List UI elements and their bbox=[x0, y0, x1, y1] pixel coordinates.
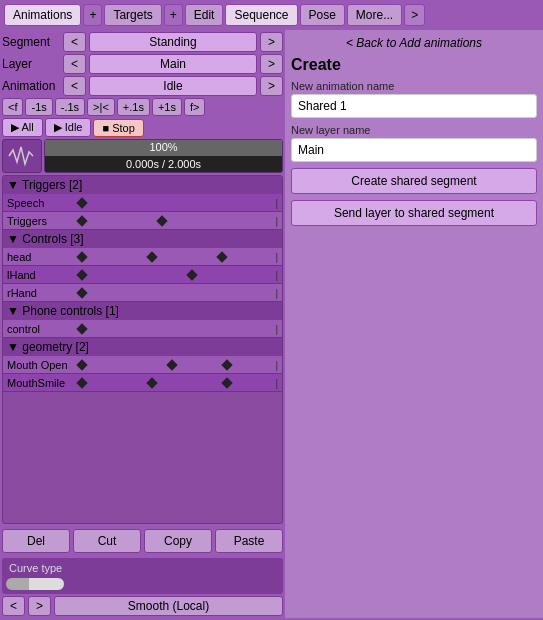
section-controls-label: ▼ Controls [3] bbox=[7, 232, 84, 246]
diamond-icon bbox=[76, 269, 87, 280]
track-end: | bbox=[275, 287, 278, 298]
diamond-icon bbox=[76, 377, 87, 388]
track-end: | bbox=[275, 359, 278, 370]
curve-type-label: Curve type bbox=[9, 562, 62, 574]
section-controls-header[interactable]: ▼ Controls [3] bbox=[3, 230, 282, 248]
diamond-icon bbox=[146, 251, 157, 262]
send-layer-button[interactable]: Send layer to shared segment bbox=[291, 200, 537, 226]
copy-button[interactable]: Copy bbox=[144, 529, 212, 553]
layer-next[interactable]: > bbox=[260, 54, 283, 74]
track-row: control | bbox=[3, 320, 282, 338]
layer-name-input[interactable] bbox=[291, 138, 537, 162]
del-button[interactable]: Del bbox=[2, 529, 70, 553]
track-row: Mouth Open | bbox=[3, 356, 282, 374]
diamond-icon bbox=[216, 251, 227, 262]
segment-prev[interactable]: < bbox=[63, 32, 86, 52]
curve-type-section: Curve type bbox=[2, 558, 283, 594]
paste-button[interactable]: Paste bbox=[215, 529, 283, 553]
play-idle-button[interactable]: ▶ Idle bbox=[45, 118, 92, 137]
diamond-icon bbox=[76, 359, 87, 370]
curve-next-button[interactable]: > bbox=[28, 596, 51, 616]
animation-prev[interactable]: < bbox=[63, 76, 86, 96]
track-end: | bbox=[275, 251, 278, 262]
curve-value: Smooth (Local) bbox=[54, 596, 283, 616]
track-label: head bbox=[3, 251, 68, 263]
frame-btn-forward-frame[interactable]: f> bbox=[184, 98, 205, 116]
waveform-icon bbox=[2, 139, 42, 173]
create-shared-segment-button[interactable]: Create shared segment bbox=[291, 168, 537, 194]
frame-btn-plus-0-1s[interactable]: +.1s bbox=[117, 98, 150, 116]
section-geometry-header[interactable]: ▼ geometry [2] bbox=[3, 338, 282, 356]
nav-add-animations[interactable]: + bbox=[83, 4, 102, 26]
track-area: ▼ Triggers [2] Speech | Triggers | ▼ bbox=[2, 175, 283, 524]
back-link[interactable]: < Back to Add animations bbox=[291, 36, 537, 50]
diamond-icon bbox=[146, 377, 157, 388]
track-row: Triggers | bbox=[3, 212, 282, 230]
layer-name-field-group: New layer name bbox=[291, 124, 537, 162]
track-row: Speech | bbox=[3, 194, 282, 212]
layer-prev[interactable]: < bbox=[63, 54, 86, 74]
diamond-icon bbox=[76, 251, 87, 262]
nav-add-targets[interactable]: + bbox=[164, 4, 183, 26]
segment-value: Standing bbox=[89, 32, 257, 52]
nav-arrow-right[interactable]: > bbox=[404, 4, 425, 26]
progress-area: 100% 0.000s / 2.000s bbox=[2, 139, 283, 173]
cut-button[interactable]: Cut bbox=[73, 529, 141, 553]
track-end: | bbox=[275, 197, 278, 208]
track-end: | bbox=[275, 269, 278, 280]
diamond-icon bbox=[76, 287, 87, 298]
animation-label: Animation bbox=[2, 79, 60, 93]
curve-prev-button[interactable]: < bbox=[2, 596, 25, 616]
main-layout: Segment < Standing > Layer < Main > Anim… bbox=[0, 30, 543, 618]
frame-btn-center[interactable]: >|< bbox=[87, 98, 115, 116]
nav-sequence[interactable]: Sequence bbox=[225, 4, 297, 26]
track-label: control bbox=[3, 323, 68, 335]
anim-name-field-group: New animation name bbox=[291, 80, 537, 118]
diamond-icon bbox=[166, 359, 177, 370]
curve-type-nav: < > Smooth (Local) bbox=[2, 596, 283, 616]
frame-btn-plus-1s[interactable]: +1s bbox=[152, 98, 182, 116]
section-phone-label: ▼ Phone controls [1] bbox=[7, 304, 119, 318]
diamond-icon bbox=[76, 323, 87, 334]
play-all-button[interactable]: ▶ All bbox=[2, 118, 43, 137]
track-label: Triggers bbox=[3, 215, 68, 227]
nav-targets[interactable]: Targets bbox=[104, 4, 161, 26]
track-empty-space bbox=[3, 392, 282, 432]
diamond-icon bbox=[186, 269, 197, 280]
layer-label: Layer bbox=[2, 57, 60, 71]
layer-value: Main bbox=[89, 54, 257, 74]
top-nav: Animations + Targets + Edit Sequence Pos… bbox=[0, 0, 543, 30]
frame-btn-minus-1s[interactable]: -1s bbox=[25, 98, 52, 116]
stop-button[interactable]: ■ Stop bbox=[93, 119, 143, 137]
track-end: | bbox=[275, 377, 278, 388]
segment-label: Segment bbox=[2, 35, 60, 49]
track-label: Speech bbox=[3, 197, 68, 209]
track-row: head | bbox=[3, 248, 282, 266]
nav-animations[interactable]: Animations bbox=[4, 4, 81, 26]
anim-name-label: New animation name bbox=[291, 80, 537, 92]
diamond-icon bbox=[76, 197, 87, 208]
track-label: MouthSmile bbox=[3, 377, 68, 389]
frame-btn-back-frame[interactable]: <f bbox=[2, 98, 23, 116]
segment-next[interactable]: > bbox=[260, 32, 283, 52]
nav-edit[interactable]: Edit bbox=[185, 4, 224, 26]
anim-name-input[interactable] bbox=[291, 94, 537, 118]
progress-bar: 100% 0.000s / 2.000s bbox=[44, 139, 283, 173]
section-triggers-header[interactable]: ▼ Triggers [2] bbox=[3, 176, 282, 194]
animation-value: Idle bbox=[89, 76, 257, 96]
section-phone-header[interactable]: ▼ Phone controls [1] bbox=[3, 302, 282, 320]
segment-control: Segment < Standing > bbox=[2, 32, 283, 52]
edit-buttons: Del Cut Copy Paste bbox=[2, 526, 283, 556]
track-label: rHand bbox=[3, 287, 68, 299]
nav-more[interactable]: More... bbox=[347, 4, 402, 26]
left-panel: Segment < Standing > Layer < Main > Anim… bbox=[0, 30, 285, 618]
nav-pose[interactable]: Pose bbox=[300, 4, 345, 26]
track-label: Mouth Open bbox=[3, 359, 68, 371]
frame-btn-minus-0-1s[interactable]: -.1s bbox=[55, 98, 85, 116]
curve-slider[interactable] bbox=[5, 577, 65, 591]
progress-fill: 100% bbox=[45, 140, 282, 156]
track-row: MouthSmile | bbox=[3, 374, 282, 392]
diamond-icon bbox=[156, 215, 167, 226]
animation-next[interactable]: > bbox=[260, 76, 283, 96]
progress-percent: 100% bbox=[45, 141, 282, 153]
